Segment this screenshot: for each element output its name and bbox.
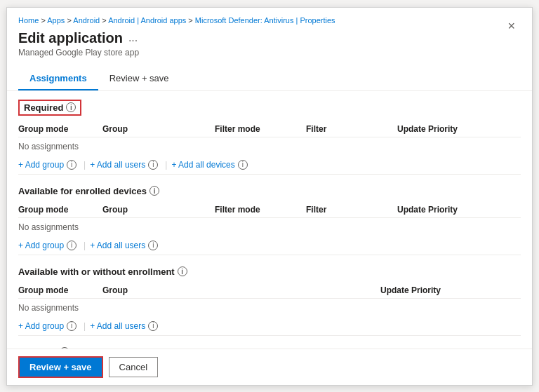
available-without-table-header: Group mode Group Update Priority	[18, 283, 521, 299]
tab-assignments[interactable]: Assignments	[18, 67, 98, 90]
more-options-icon[interactable]: ...	[128, 32, 138, 44]
page-subtitle: Managed Google Play store app	[18, 48, 335, 58]
available-enrolled-no-assignments: No assignments	[18, 218, 521, 236]
available-without-add-links: + Add group i | + Add all users i	[18, 317, 521, 336]
section-available-enrolled: Available for enrolled devices i Group m…	[18, 186, 521, 255]
required-label: Required i	[18, 100, 81, 116]
available-without-add-users[interactable]: + Add all users	[90, 321, 145, 331]
section-available-without: Available with or without enrollment i G…	[18, 266, 521, 336]
modal-footer: Review + save Cancel	[7, 349, 532, 385]
available-enrolled-add-group-info[interactable]: i	[67, 241, 76, 250]
required-add-group-info[interactable]: i	[67, 160, 76, 170]
cancel-button[interactable]: Cancel	[109, 357, 158, 377]
required-add-all-users[interactable]: + Add all users	[90, 160, 145, 170]
section-required-title: Required i	[18, 100, 521, 116]
available-without-no-assignments: No assignments	[18, 299, 521, 317]
close-button[interactable]: ×	[502, 16, 521, 36]
required-add-users-info[interactable]: i	[148, 160, 158, 170]
review-save-button[interactable]: Review + save	[18, 356, 103, 378]
required-add-devices-info[interactable]: i	[238, 160, 248, 170]
required-add-all-devices[interactable]: + Add all devices	[171, 160, 234, 170]
available-enrolled-add-users[interactable]: + Add all users	[90, 241, 145, 250]
required-add-group[interactable]: + Add group	[18, 160, 64, 170]
breadcrumb-android-apps[interactable]: Android | Android apps	[108, 16, 186, 25]
available-enrolled-add-users-info[interactable]: i	[148, 241, 158, 250]
tab-bar: Assignments Review + save	[18, 67, 521, 90]
available-without-info-icon[interactable]: i	[178, 266, 187, 276]
required-table-header: Group mode Group Filter mode Filter Upda…	[18, 121, 521, 137]
breadcrumb: Home > Apps > Android > Android | Androi…	[18, 16, 335, 25]
required-info-icon[interactable]: i	[66, 102, 76, 112]
available-enrolled-info-icon[interactable]: i	[149, 186, 159, 196]
breadcrumb-properties[interactable]: Microsoft Defender: Antivirus | Properti…	[195, 16, 335, 25]
available-enrolled-title: Available for enrolled devices i	[18, 186, 521, 196]
available-without-add-group-info[interactable]: i	[67, 321, 76, 331]
tab-review-save[interactable]: Review + save	[98, 67, 180, 90]
breadcrumb-apps[interactable]: Apps	[47, 16, 65, 25]
required-add-links: + Add group i | + Add all users i | + Ad…	[18, 156, 521, 175]
modal-body: Required i Group mode Group Filter mode …	[7, 91, 532, 349]
section-required: Required i Group mode Group Filter mode …	[18, 100, 521, 175]
page-title: Edit application	[18, 30, 123, 46]
available-enrolled-add-links: + Add group i | + Add all users i	[18, 236, 521, 255]
edit-application-modal: Home > Apps > Android > Android | Androi…	[6, 7, 533, 386]
available-enrolled-table-header: Group mode Group Filter mode Filter Upda…	[18, 202, 521, 218]
available-enrolled-add-group[interactable]: + Add group	[18, 241, 64, 250]
available-without-add-group[interactable]: + Add group	[18, 321, 64, 331]
required-no-assignments: No assignments	[18, 137, 521, 156]
available-without-add-users-info[interactable]: i	[148, 321, 158, 331]
breadcrumb-home[interactable]: Home	[18, 16, 39, 25]
available-without-title: Available with or without enrollment i	[18, 266, 521, 277]
breadcrumb-android[interactable]: Android	[73, 16, 100, 25]
modal-header: Home > Apps > Android > Android | Androi…	[7, 8, 532, 91]
